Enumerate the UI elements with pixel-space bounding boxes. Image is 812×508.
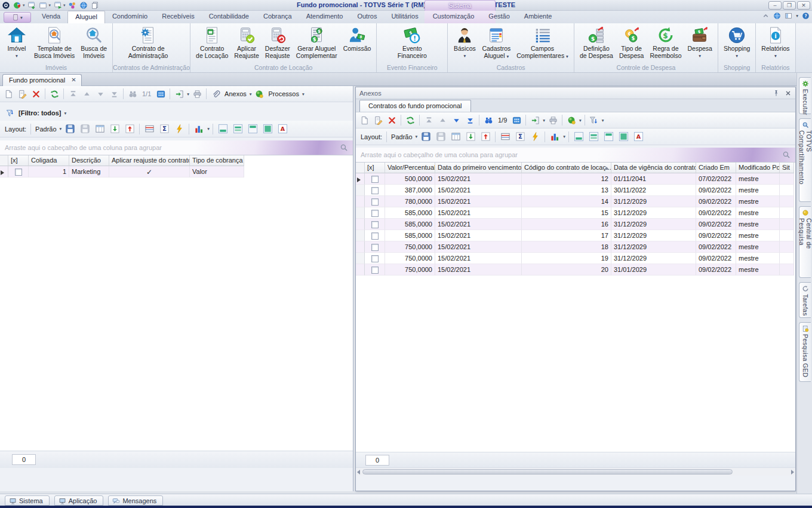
ribbon-tab-venda[interactable]: Venda (35, 11, 67, 23)
close-tab-icon[interactable]: ✕ (71, 76, 76, 86)
side-tab-totvs-compartilhamento[interactable]: TOTVS Compartilhamento (799, 118, 811, 202)
ribbon-item-basicos[interactable]: Básicos▾ (450, 25, 479, 60)
row-checkbox-cell[interactable] (365, 185, 385, 196)
chevron-down-icon[interactable]: ▾ (187, 91, 189, 97)
side-tab-executar[interactable]: Executar (799, 77, 811, 114)
table-row[interactable]: 500,000015/02/20211201/11/204107/02/2022… (356, 173, 795, 185)
ribbon-tab-aluguel[interactable]: Aluguel (67, 11, 105, 23)
collapse-rows-button[interactable] (123, 123, 136, 136)
checkbox-unchecked[interactable] (371, 210, 379, 217)
font-style-button[interactable]: A (632, 130, 645, 143)
table-row[interactable]: 750,000015/02/20211831/12/202909/02/2022… (356, 241, 795, 253)
anexos-title-bar[interactable]: Anexos (356, 87, 795, 99)
column-chooser-button[interactable] (449, 130, 462, 143)
anexos-menu-button[interactable]: Anexos (223, 90, 248, 97)
summary-button[interactable]: Σ (513, 130, 527, 143)
column-header-criado-em[interactable]: Criado Em (696, 163, 736, 173)
last-record-button[interactable] (464, 114, 476, 126)
ribbon-item-contrato-de-locacao[interactable]: Contratode Locação (193, 25, 231, 60)
ribbon-item-template-de-busca-imoveis[interactable]: Template deBusca Imóveis (31, 25, 78, 60)
ribbon-item-regra-de-reembolso[interactable]: $Regra deReembolso (647, 25, 684, 60)
processos-icon[interactable] (254, 88, 266, 100)
view-bands-button[interactable] (587, 130, 600, 143)
checkbox-unchecked[interactable] (371, 267, 379, 274)
table-row[interactable]: 750,000015/02/20212031/01/202909/02/2022… (356, 264, 795, 276)
restore-button[interactable]: ❐ (783, 1, 796, 10)
previous-record-button[interactable] (81, 88, 93, 100)
chevron-down-icon[interactable]: ▾ (563, 134, 565, 139)
column-header-x[interactable]: [x] (8, 155, 29, 166)
delete-record-button[interactable] (30, 88, 42, 100)
help-icon[interactable]: ? (802, 12, 810, 20)
save-layout-as-button[interactable] (434, 130, 447, 143)
table-row[interactable]: 1Marketing✓Valor (0, 166, 353, 178)
next-record-button[interactable] (94, 88, 106, 100)
chevron-down-icon[interactable]: ▾ (64, 111, 66, 116)
column-header-data-do-primeiro-vencimento[interactable]: Data do primeiro vencimento (435, 163, 522, 173)
ribbon-tab-outros[interactable]: Outros (350, 11, 384, 23)
view-bands-button[interactable] (231, 123, 244, 136)
column-header-codigo-do-contrato-de-locac[interactable]: Código do contrato de locaç... (522, 163, 611, 173)
table-row[interactable]: 585,000015/02/20211731/12/202909/02/2022… (356, 230, 795, 241)
column-header-valor-percentual[interactable]: Valor/Percentual (385, 163, 435, 173)
ribbon-tab-cobranca[interactable]: Cobrança (256, 11, 299, 23)
save-layout-button[interactable] (63, 123, 76, 136)
processos-menu-button[interactable]: Processos (267, 90, 300, 97)
ribbon-tab-utilitarios[interactable]: Utilitários (384, 11, 425, 23)
previous-record-button[interactable] (436, 114, 448, 126)
filter-selector[interactable]: [Filtro: todos] (19, 109, 61, 117)
ribbon-tab-atendimento[interactable]: Atendimento (299, 11, 350, 23)
column-chooser-button[interactable] (93, 123, 106, 136)
minimize-button[interactable]: – (768, 1, 782, 10)
expand-rows-button[interactable] (464, 130, 477, 143)
delete-record-button[interactable] (386, 114, 398, 126)
group-by-bar[interactable]: Arraste aqui o cabeçalho de uma coluna p… (356, 148, 795, 163)
column-header-descricao[interactable]: Descrição (69, 155, 109, 166)
row-checkbox-cell[interactable] (365, 253, 385, 264)
save-layout-as-button[interactable] (78, 123, 91, 136)
view-footer-button[interactable] (216, 123, 229, 136)
search-icon[interactable] (782, 151, 791, 159)
ribbon-item-campos-complementares[interactable]: CamposComplementares ▾ (513, 25, 571, 61)
view-header-button[interactable] (246, 123, 259, 136)
ribbon-item-gerar-aluguel-complementar[interactable]: $$Gerar AluguelComplementar (293, 25, 340, 60)
chevron-down-icon[interactable]: ▾ (602, 118, 604, 123)
ribbon-item-cadastros-aluguel[interactable]: CadastrosAluguel ▾ (479, 25, 513, 61)
row-checkbox-cell[interactable] (365, 219, 385, 230)
column-header-data-de-vigencia-do-contrato[interactable]: Data de vigência do contrato (611, 163, 696, 173)
quick-action-button[interactable] (173, 123, 186, 136)
paperclip-icon[interactable] (210, 88, 222, 100)
application-menu-button[interactable]: ▾ (4, 12, 31, 23)
checkbox-unchecked[interactable] (15, 169, 22, 176)
row-checkbox-cell[interactable] (365, 196, 385, 207)
horizontal-scrollbar[interactable] (356, 467, 795, 476)
ribbon-item-tipo-de-despesa[interactable]: ¢$Tipo deDespesa (616, 25, 647, 60)
close-panel-icon[interactable] (785, 90, 792, 97)
table-row[interactable]: 780,000015/02/20211431/12/202909/02/2022… (356, 196, 795, 207)
quick-action-button[interactable] (528, 130, 542, 143)
scroll-right-arrow[interactable] (791, 470, 794, 475)
print-button[interactable] (191, 88, 203, 100)
chart-button[interactable] (548, 130, 561, 143)
close-button[interactable]: ✕ (797, 1, 810, 10)
column-header-modificado-por[interactable]: Modificado Por (736, 163, 780, 173)
chevron-down-icon[interactable]: ▾ (543, 118, 545, 123)
layout-preset-dropdown[interactable]: Padrão (390, 133, 413, 140)
checkbox-unchecked[interactable] (371, 244, 379, 251)
view-full-button[interactable] (261, 123, 274, 136)
next-record-button[interactable] (450, 114, 462, 126)
checkbox-unchecked[interactable] (371, 198, 379, 206)
chevron-down-icon[interactable]: ▾ (302, 91, 304, 97)
table-row[interactable]: 387,000015/02/20211330/11/202209/02/2022… (356, 185, 795, 196)
pin-icon[interactable] (773, 90, 780, 97)
search-records-icon[interactable] (127, 88, 139, 100)
search-icon[interactable] (340, 143, 348, 152)
processos-icon[interactable] (565, 114, 577, 126)
new-record-button[interactable] (2, 88, 14, 100)
chevron-down-icon[interactable]: ▾ (207, 126, 210, 131)
bottom-tab-aplicacao[interactable]: Aplicação (54, 495, 104, 506)
chevron-down-icon[interactable]: ▾ (60, 126, 62, 131)
ribbon-item-busca-de-imoveis[interactable]: Busca deImóveis (78, 25, 110, 60)
ribbon-item-aplicar-reajuste[interactable]: AplicarReajuste (231, 25, 262, 60)
ribbon-item-shopping[interactable]: Shopping▾ (721, 25, 753, 60)
